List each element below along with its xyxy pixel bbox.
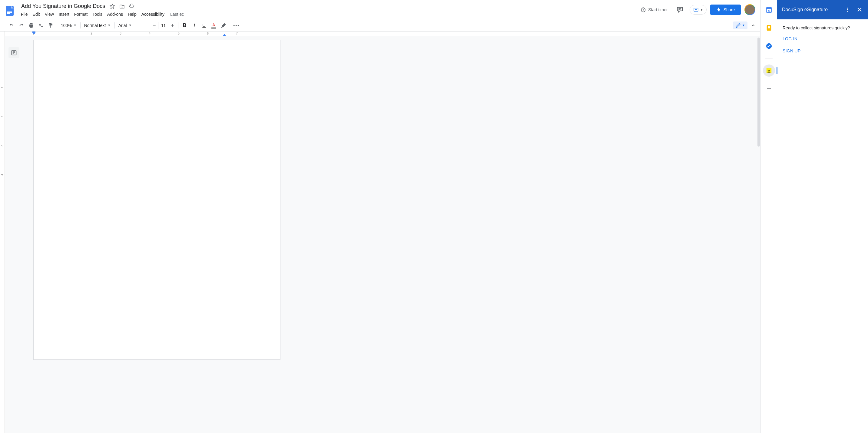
- svg-rect-14: [766, 7, 771, 9]
- docusign-title: DocuSign eSignature: [782, 7, 828, 12]
- decrease-font-button[interactable]: −: [151, 22, 158, 29]
- svg-point-23: [847, 7, 848, 8]
- italic-button[interactable]: I: [190, 21, 199, 30]
- more-tools-button[interactable]: •••: [232, 21, 241, 30]
- menu-format[interactable]: Format: [72, 10, 90, 18]
- document-page[interactable]: [33, 40, 280, 360]
- close-icon[interactable]: [856, 6, 863, 13]
- zoom-select[interactable]: 100% ▼: [59, 22, 79, 29]
- docusign-addon-icon[interactable]: [763, 64, 775, 76]
- share-button[interactable]: Share: [710, 4, 741, 15]
- docusign-header: DocuSign eSignature: [777, 0, 868, 20]
- signup-link[interactable]: SIGN UP: [783, 49, 863, 53]
- collapse-toolbar-button[interactable]: [749, 21, 758, 30]
- redo-button[interactable]: [17, 21, 26, 30]
- underline-button[interactable]: U: [199, 21, 209, 30]
- start-timer-button[interactable]: Start timer: [638, 5, 670, 14]
- print-button[interactable]: [27, 21, 36, 30]
- menu-tools[interactable]: Tools: [90, 10, 104, 18]
- svg-rect-1: [7, 11, 12, 11]
- cloud-status-icon[interactable]: [129, 3, 135, 9]
- style-select[interactable]: Normal text ▼: [82, 22, 113, 29]
- menu-edit[interactable]: Edit: [31, 10, 42, 18]
- text-cursor: [63, 69, 63, 75]
- scrollbar[interactable]: [757, 31, 760, 433]
- chevron-down-icon: ▼: [129, 24, 132, 27]
- svg-text:31: 31: [768, 9, 771, 12]
- increase-font-button[interactable]: +: [169, 22, 176, 29]
- share-label: Share: [723, 7, 735, 12]
- star-icon[interactable]: [109, 3, 115, 9]
- toolbar: 100% ▼ Normal text ▼ Arial ▼ − + B I U: [0, 20, 760, 31]
- tasks-icon[interactable]: [763, 40, 775, 52]
- calendar-icon[interactable]: 31: [763, 4, 775, 16]
- timer-label: Start timer: [648, 7, 668, 12]
- app-header: Add You Signature in Google Docs: [0, 0, 760, 20]
- login-link[interactable]: LOG IN: [783, 36, 863, 41]
- side-panel-strip: 31: [760, 0, 777, 433]
- left-indent-marker[interactable]: [34, 31, 35, 34]
- menu-view[interactable]: View: [43, 10, 56, 18]
- font-size-input[interactable]: [158, 22, 169, 29]
- spellcheck-button[interactable]: [36, 21, 45, 30]
- svg-point-17: [768, 26, 770, 28]
- svg-rect-3: [7, 13, 10, 14]
- font-select[interactable]: Arial ▼: [117, 22, 147, 29]
- comments-button[interactable]: [674, 4, 686, 16]
- menubar: File Edit View Insert Format Tools Add-o…: [18, 10, 638, 18]
- chevron-down-icon: ▼: [107, 24, 111, 27]
- right-indent-marker[interactable]: [223, 34, 226, 36]
- menu-insert[interactable]: Insert: [57, 10, 71, 18]
- docusign-panel: DocuSign eSignature Ready to collect sig…: [777, 0, 868, 433]
- last-edit-link[interactable]: Last ec: [167, 12, 184, 17]
- move-icon[interactable]: [119, 3, 125, 9]
- svg-point-25: [847, 11, 848, 12]
- scrollbar-thumb[interactable]: [757, 37, 760, 147]
- get-addons-button[interactable]: [763, 83, 775, 95]
- menu-file[interactable]: File: [19, 10, 30, 18]
- horizontal-ruler[interactable]: 1 2 3 4 5 6 7: [5, 31, 760, 36]
- svg-point-24: [847, 9, 848, 10]
- menu-accessibility[interactable]: Accessibility: [139, 10, 166, 18]
- chevron-down-icon: ▼: [742, 24, 745, 27]
- document-title[interactable]: Add You Signature in Google Docs: [20, 2, 107, 10]
- bold-button[interactable]: B: [180, 21, 189, 30]
- menu-help[interactable]: Help: [126, 10, 139, 18]
- vertical-ruler[interactable]: 1 2 3 4: [0, 31, 5, 433]
- docusign-prompt: Ready to collect signatures quickly?: [783, 25, 863, 30]
- chevron-down-icon: ▼: [700, 8, 703, 11]
- keep-icon[interactable]: [763, 22, 775, 34]
- editor-container: 1 2 3 4 1 2 3 4 5 6 7: [0, 31, 760, 433]
- editing-mode-button[interactable]: ▼: [733, 22, 747, 29]
- text-color-button[interactable]: A: [209, 21, 218, 30]
- svg-marker-4: [110, 4, 115, 8]
- highlight-button[interactable]: [219, 21, 228, 30]
- more-options-icon[interactable]: [844, 6, 851, 13]
- present-button[interactable]: ▼: [690, 5, 707, 14]
- paint-format-button[interactable]: [46, 21, 55, 30]
- account-avatar[interactable]: [744, 4, 755, 15]
- menu-addons[interactable]: Add-ons: [105, 10, 125, 18]
- undo-button[interactable]: [7, 21, 17, 30]
- svg-rect-2: [7, 12, 12, 13]
- chevron-down-icon: ▼: [73, 24, 76, 27]
- docs-logo-icon[interactable]: [4, 5, 16, 17]
